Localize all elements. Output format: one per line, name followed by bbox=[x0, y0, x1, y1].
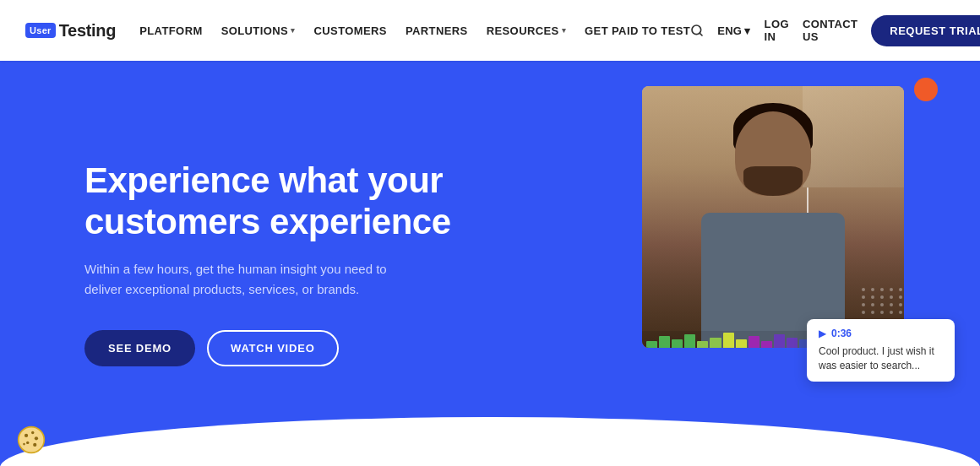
wave-bar bbox=[774, 334, 785, 348]
feedback-card: ▶ 0:36 Cool product. I just wish it was … bbox=[807, 319, 955, 382]
watch-video-button[interactable]: WATCH VIDEO bbox=[207, 330, 339, 366]
navbar: User Testing PLATFORM SOLUTIONS▾ CUSTOME… bbox=[0, 0, 980, 61]
dots-decoration bbox=[862, 288, 904, 314]
cookie-consent[interactable] bbox=[17, 425, 46, 458]
nav-solutions[interactable]: SOLUTIONS▾ bbox=[221, 24, 296, 37]
wave-bar bbox=[697, 341, 708, 348]
dot bbox=[880, 311, 884, 314]
nav-right: ENG ▾ LOG IN CONTACT US REQUEST TRIAL bbox=[690, 15, 980, 46]
dot bbox=[871, 288, 874, 291]
language-selector[interactable]: ENG ▾ bbox=[717, 24, 750, 37]
nav-platform[interactable]: PLATFORM bbox=[139, 24, 202, 37]
dot bbox=[890, 311, 893, 314]
nav-links: PLATFORM SOLUTIONS▾ CUSTOMERS PARTNERS R… bbox=[139, 24, 690, 37]
search-icon bbox=[690, 24, 704, 37]
wave-bar bbox=[761, 341, 772, 348]
nav-get-paid[interactable]: GET PAID TO TEST bbox=[585, 24, 690, 37]
svg-point-2 bbox=[19, 427, 45, 453]
svg-point-7 bbox=[33, 443, 36, 447]
logo-box: User bbox=[25, 23, 56, 38]
video-icon: ▶ bbox=[819, 328, 826, 339]
cookie-icon bbox=[17, 425, 46, 454]
dot bbox=[862, 303, 865, 306]
wave-bar bbox=[787, 338, 798, 348]
dot bbox=[871, 303, 874, 306]
see-demo-button[interactable]: SEE DEMO bbox=[84, 330, 195, 366]
dot bbox=[880, 288, 884, 291]
wave-bar bbox=[710, 338, 721, 348]
hero-buttons: SEE DEMO WATCH VIDEO bbox=[84, 330, 456, 366]
dot bbox=[890, 303, 893, 306]
record-indicator bbox=[914, 78, 938, 101]
logo-text: Testing bbox=[59, 21, 117, 41]
person-beard bbox=[743, 166, 803, 196]
request-trial-button[interactable]: REQUEST TRIAL bbox=[871, 15, 980, 46]
svg-line-1 bbox=[700, 33, 702, 35]
dot bbox=[862, 288, 865, 291]
log-in-link[interactable]: LOG IN bbox=[765, 18, 789, 43]
hero-title: Experience what your customers experienc… bbox=[84, 160, 456, 242]
wave-bar bbox=[659, 336, 670, 348]
wave-bar bbox=[723, 333, 734, 348]
hero-content: Experience what your customers experienc… bbox=[0, 160, 456, 366]
feedback-card-header: ▶ 0:36 bbox=[819, 328, 943, 339]
wave-bar bbox=[749, 336, 760, 348]
hero-image-area: ▶ 0:36 Cool product. I just wish it was … bbox=[642, 86, 929, 365]
dot bbox=[890, 295, 893, 299]
svg-point-5 bbox=[35, 436, 38, 440]
dot bbox=[899, 295, 902, 299]
hero-subtitle: Within a few hours, get the human insigh… bbox=[84, 259, 406, 300]
contact-us-link[interactable]: CONTACT US bbox=[803, 18, 858, 43]
svg-point-6 bbox=[26, 442, 29, 444]
dot bbox=[899, 288, 902, 291]
dot bbox=[880, 295, 884, 299]
nav-customers[interactable]: CUSTOMERS bbox=[314, 24, 387, 37]
dot bbox=[871, 311, 874, 314]
nav-partners[interactable]: PARTNERS bbox=[406, 24, 468, 37]
dot bbox=[871, 295, 874, 299]
dot bbox=[880, 303, 884, 306]
dot bbox=[890, 288, 893, 291]
feedback-text: Cool product. I just wish it was easier … bbox=[819, 344, 943, 373]
svg-point-8 bbox=[23, 443, 25, 446]
wave-bar bbox=[646, 341, 657, 348]
dot bbox=[862, 311, 865, 314]
wave-bar bbox=[684, 334, 695, 348]
wave-bar bbox=[736, 339, 747, 348]
nav-resources[interactable]: RESOURCES▾ bbox=[487, 24, 566, 37]
svg-point-4 bbox=[31, 431, 34, 434]
dot bbox=[899, 311, 902, 314]
logo[interactable]: User Testing bbox=[25, 21, 116, 41]
dot bbox=[899, 303, 902, 306]
search-button[interactable] bbox=[690, 24, 704, 37]
chevron-down-icon: ▾ bbox=[744, 24, 750, 37]
svg-point-3 bbox=[24, 434, 28, 437]
chevron-down-icon: ▾ bbox=[562, 26, 566, 35]
dot bbox=[862, 295, 865, 299]
feedback-timestamp: 0:36 bbox=[831, 328, 852, 339]
chevron-down-icon: ▾ bbox=[291, 26, 295, 35]
hero-section: Experience what your customers experienc… bbox=[0, 61, 980, 466]
wave-bar bbox=[672, 339, 683, 348]
